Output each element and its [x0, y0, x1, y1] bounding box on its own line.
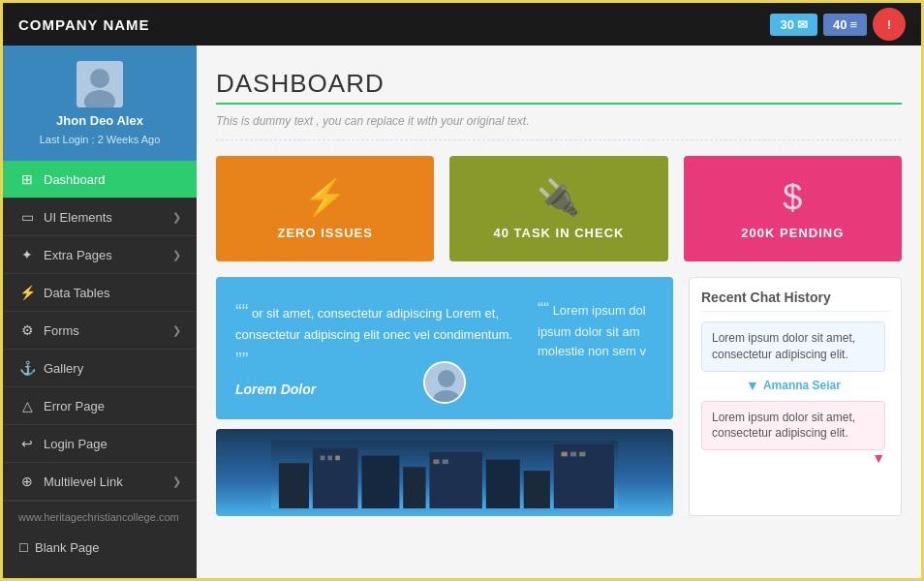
nav-label: Forms — [44, 323, 79, 338]
lightning-icon: ⚡ — [303, 177, 347, 218]
svg-rect-13 — [524, 471, 550, 508]
testimonial-text-left: or sit amet, consectetur adipiscing Lore… — [235, 306, 512, 342]
sidebar-item-login-page[interactable]: ↩ Login Page — [3, 425, 197, 463]
svg-rect-16 — [327, 455, 332, 460]
nav-label: Gallery — [44, 361, 83, 376]
nav-icon: △ — [18, 398, 36, 413]
chat-bubble-sent: Lorem ipsum dolor sit amet, consectetur … — [701, 401, 885, 451]
testimonial-left: ““ or sit amet, consectetur adipiscing L… — [235, 296, 522, 400]
sidebar-item-ui-elements[interactable]: ▭ UI Elements ❯ — [3, 199, 197, 236]
svg-point-1 — [90, 69, 109, 88]
arrow-down-right-icon: ▼ — [701, 450, 885, 466]
company-name: COMPANY NAME — [18, 16, 150, 33]
dollar-icon: $ — [783, 177, 802, 218]
svg-rect-21 — [570, 451, 576, 456]
stat-card-pending[interactable]: $ 200K PENDING — [684, 156, 902, 261]
svg-rect-15 — [321, 455, 325, 460]
testimonial-text-right: Lorem ipsum dol ipsum dolor sit am moles… — [538, 303, 646, 358]
chevron-right-icon: ❯ — [172, 324, 181, 337]
nav-label: Data Tables — [44, 286, 109, 300]
stat-cards: ⚡ ZERO ISSUES 🔌 40 TASK IN CHECK $ 200K … — [216, 156, 902, 261]
nav-icon: ✦ — [18, 247, 36, 262]
nav-icon: ⊕ — [18, 474, 36, 489]
lower-section: ““ or sit amet, consectetur adipiscing L… — [216, 277, 902, 516]
chat-sender: ▼ Amanna Seiar — [701, 378, 885, 393]
sidebar-item-multilevel-link[interactable]: ⊕ Multilevel Link ❯ — [3, 463, 197, 501]
list-icon: ≡ — [849, 17, 857, 32]
alert-icon: ! — [887, 17, 891, 32]
svg-rect-10 — [403, 467, 425, 508]
mail-count: 30 — [780, 17, 793, 32]
sidebar-item-data-tables[interactable]: ⚡ Data Tables — [3, 274, 197, 312]
page-title: DASHBOARD — [216, 69, 902, 99]
checkbox-icon: ☐ — [18, 541, 29, 555]
nav-label: Error Page — [44, 399, 105, 413]
svg-rect-20 — [562, 451, 568, 456]
stat-label-pending: 200K PENDING — [741, 226, 844, 240]
svg-point-4 — [438, 370, 455, 387]
sidebar-item-gallery[interactable]: ⚓ Gallery — [3, 350, 197, 387]
user-last-login: Last Login : 2 Weeks Ago — [40, 134, 161, 145]
mail-icon: ✉ — [797, 17, 808, 32]
main-layout: Jhon Deo Alex Last Login : 2 Weeks Ago ⊞… — [3, 46, 921, 578]
nav-items: ⊞ Dashboard ▭ UI Elements ❯ ✦ Extra Page… — [3, 161, 197, 501]
chat-bubble-received: Lorem ipsum dolor sit amet, consectetur … — [701, 321, 885, 372]
alert-button[interactable]: ! — [873, 8, 906, 41]
stat-card-issues[interactable]: ⚡ ZERO ISSUES — [216, 156, 434, 261]
mail-button[interactable]: 30 ✉ — [770, 14, 816, 36]
plug-icon: 🔌 — [537, 177, 580, 218]
nav-icon: ⚙ — [18, 322, 36, 338]
chevron-right-icon: ❯ — [172, 475, 181, 488]
sidebar: Jhon Deo Alex Last Login : 2 Weeks Ago ⊞… — [3, 46, 197, 578]
nav-icon: ↩ — [18, 436, 36, 451]
chat-history-panel: Recent Chat History Lorem ipsum dolor si… — [689, 277, 902, 516]
topnav: COMPANY NAME 30 ✉ 40 ≡ ! — [3, 3, 921, 46]
user-profile: Jhon Deo Alex Last Login : 2 Weeks Ago — [3, 46, 197, 161]
nav-label: UI Elements — [44, 210, 112, 225]
sidebar-item-error-page[interactable]: △ Error Page — [3, 387, 197, 425]
image-placeholder — [216, 429, 673, 516]
page-subtitle: This is dummy text , you can replace it … — [216, 114, 902, 140]
user-name: Jhon Deo Alex — [56, 113, 143, 128]
list-count: 40 — [833, 17, 847, 32]
lower-left: ““ or sit amet, consectetur adipiscing L… — [216, 277, 673, 516]
nav-icon: ▭ — [18, 209, 36, 225]
testimonial-quote-right: ““ — [538, 299, 549, 319]
svg-rect-12 — [486, 459, 520, 508]
nav-icon: ⊞ — [18, 171, 36, 187]
chat-scroll[interactable]: Lorem ipsum dolor sit amet, consectetur … — [701, 321, 889, 496]
topnav-icons: 30 ✉ 40 ≡ ! — [770, 8, 906, 41]
nav-icon: ⚓ — [18, 360, 36, 376]
sidebar-item-forms[interactable]: ⚙ Forms ❯ — [3, 312, 197, 350]
nav-label: Login Page — [44, 437, 108, 451]
svg-rect-22 — [579, 451, 585, 456]
chevron-right-icon: ❯ — [172, 249, 181, 261]
stat-card-tasks[interactable]: 🔌 40 TASK IN CHECK — [449, 156, 667, 261]
testimonial-right: ““ Lorem ipsum dol ipsum dolor sit am mo… — [538, 296, 654, 400]
nav-label: Dashboard — [44, 172, 106, 187]
chat-history-title: Recent Chat History — [701, 290, 889, 312]
arrow-down-icon: ▼ — [746, 378, 759, 393]
stat-label-issues: ZERO ISSUES — [277, 226, 372, 240]
avatar — [77, 61, 123, 107]
chevron-right-icon: ❯ — [172, 211, 181, 224]
quote-open-icon: ““ — [235, 300, 248, 321]
svg-rect-9 — [361, 455, 399, 507]
sidebar-footer: www.heritagechristiancollege.com — [3, 501, 197, 533]
building-svg — [224, 441, 665, 508]
testimonial: ““ or sit amet, consectetur adipiscing L… — [216, 277, 673, 419]
right-panel: Recent Chat History Lorem ipsum dolor si… — [689, 277, 902, 516]
svg-rect-19 — [443, 459, 448, 464]
title-underline — [216, 103, 902, 105]
nav-label: Extra Pages — [44, 248, 112, 262]
sender-name: Amanna Seiar — [763, 379, 841, 392]
sidebar-item-blank-page[interactable]: ☐ Blank Page — [3, 533, 197, 563]
sidebar-item-dashboard[interactable]: ⊞ Dashboard — [3, 161, 197, 199]
stat-label-tasks: 40 TASK IN CHECK — [494, 226, 625, 240]
svg-rect-17 — [335, 455, 340, 460]
testimonial-avatar — [423, 361, 466, 404]
sidebar-item-extra-pages[interactable]: ✦ Extra Pages ❯ — [3, 236, 197, 274]
list-button[interactable]: 40 ≡ — [823, 14, 867, 36]
testimonial-name: Lorem Dolor — [235, 380, 522, 400]
svg-rect-18 — [433, 459, 439, 464]
